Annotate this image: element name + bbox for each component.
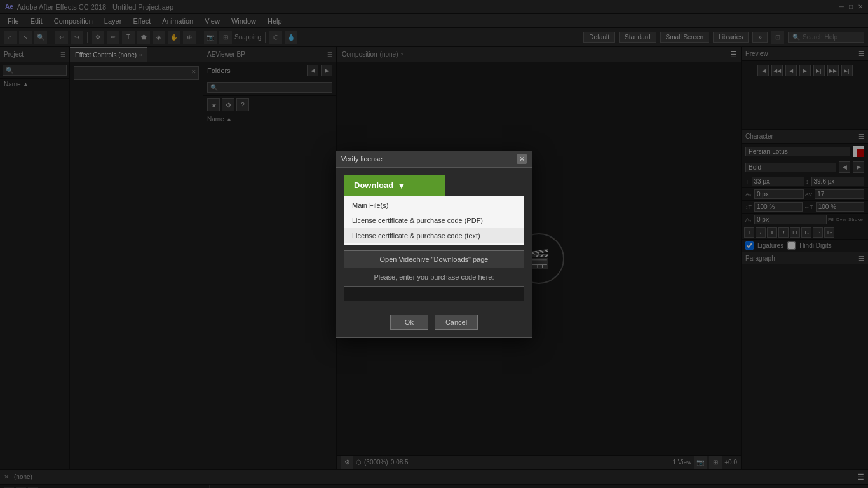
open-downloads-label: Open Videohive "Downloads" page (380, 255, 489, 263)
modal-close-button[interactable]: ✕ (517, 154, 527, 164)
dropdown-item-pdf[interactable]: License certificate & purchase code (PDF… (344, 213, 524, 228)
ok-button[interactable]: Ok (390, 315, 428, 330)
cancel-button[interactable]: Cancel (435, 315, 478, 330)
modal-footer: Ok Cancel (336, 309, 532, 337)
purchase-code-label: Please, enter you purchase code here: (344, 273, 524, 281)
modal-title: Verify license (341, 155, 517, 163)
modal-titlebar: Verify license ✕ (336, 151, 532, 168)
verify-license-dialog: Verify license ✕ Download ▼ Main File(s)… (336, 151, 532, 338)
modal-body: Download ▼ Main File(s) License certific… (336, 168, 532, 309)
dropdown-item-main[interactable]: Main File(s) (344, 198, 524, 213)
open-downloads-button[interactable]: Open Videohive "Downloads" page (344, 250, 524, 268)
download-button[interactable]: Download ▼ (344, 175, 445, 196)
download-label: Download (354, 180, 393, 190)
download-section: Download ▼ Main File(s) License certific… (344, 175, 524, 245)
modal-overlay: Verify license ✕ Download ▼ Main File(s)… (0, 0, 868, 488)
download-arrow-icon: ▼ (397, 180, 406, 191)
download-dropdown-menu: Main File(s) License certificate & purch… (344, 196, 524, 245)
dropdown-item-text[interactable]: License certificate & purchase code (tex… (344, 228, 524, 243)
purchase-code-input[interactable] (344, 286, 524, 301)
